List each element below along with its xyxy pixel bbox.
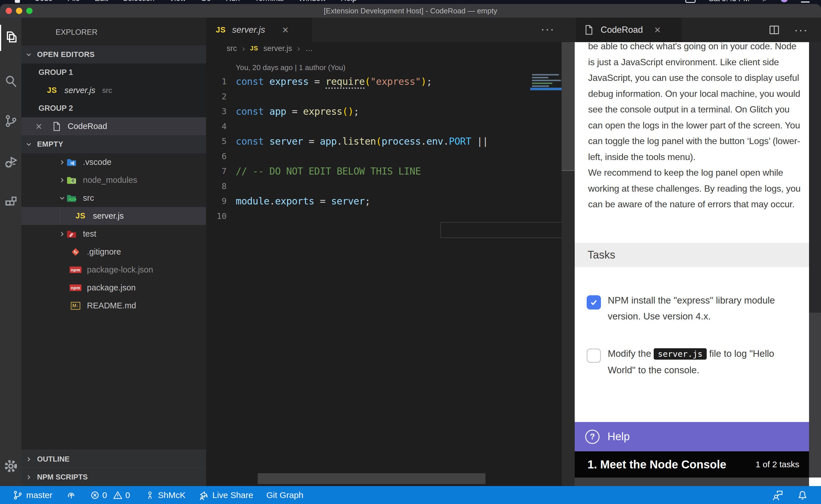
extensions-icon[interactable] [0, 189, 21, 215]
siri-icon[interactable] [781, 0, 788, 2]
menu-item[interactable]: File [68, 0, 80, 4]
open-editor-item-coderoad[interactable]: × CodeRoad [21, 117, 221, 135]
window-title-bar[interactable]: [Extension Development Host] - CodeRoad … [0, 4, 821, 18]
sync-status-icon[interactable] [66, 490, 76, 500]
coderoad-webview: be able to check what's going on in your… [575, 42, 809, 486]
task-checkbox-unchecked[interactable] [587, 349, 601, 363]
code-line[interactable]: 8 [206, 179, 531, 194]
code-token: . [337, 136, 342, 147]
git-graph-status[interactable]: Git Graph [266, 490, 303, 500]
live-share-status[interactable]: Live Share [199, 490, 253, 500]
folder-section-header-empty[interactable]: EMPTY [21, 135, 210, 153]
feedback-icon[interactable] [772, 490, 783, 501]
code-line[interactable]: 7 // -- DO NOT EDIT BELOW THIS LINE [206, 164, 531, 179]
control-center-icon[interactable] [801, 0, 810, 3]
scrollbar-gutter [809, 478, 821, 486]
code-token: app [320, 136, 337, 147]
chevron-right-icon [58, 177, 66, 184]
scrollbar-thumb[interactable] [561, 42, 575, 171]
code-line[interactable]: 6 [206, 149, 531, 164]
tab-serverjs[interactable]: JS server.js × [206, 18, 312, 42]
editor-vertical-scrollbar[interactable] [561, 42, 575, 486]
js-file-icon: JS [250, 45, 258, 52]
js-file-icon: JS [47, 86, 57, 95]
code-token: server [270, 136, 303, 147]
search-icon[interactable] [0, 68, 21, 94]
lesson-text: be able to check what's going on in your… [588, 42, 802, 212]
account-status[interactable]: ShMcK [145, 490, 185, 500]
line-number: 2 [206, 92, 227, 101]
npm-icon: npm [70, 265, 81, 275]
menu-item[interactable]: Edit [95, 0, 108, 4]
npm-scripts-section-header[interactable]: NPM SCRIPTS [21, 468, 210, 486]
code-editor[interactable]: 1 const express = require("express"); 2 … [206, 74, 531, 224]
breadcrumb-item[interactable]: src [227, 44, 237, 53]
line-number: 3 [206, 106, 227, 116]
npm-icon: npm [70, 283, 81, 293]
menu-item[interactable]: Go [201, 0, 211, 4]
menu-item[interactable]: Selection [123, 0, 154, 4]
chevron-down-icon [25, 51, 32, 58]
code-line[interactable]: 10 [206, 209, 531, 224]
problems-status[interactable]: 0 0 [90, 490, 130, 500]
battery-icon [685, 0, 696, 3]
code-line[interactable]: 4 [206, 119, 531, 134]
code-line[interactable]: 5 const server = app.listen(process.env.… [206, 134, 531, 149]
code-token: module [236, 196, 270, 207]
tab-coderoad[interactable]: CodeRoad × [576, 18, 682, 42]
minimap[interactable] [531, 70, 561, 104]
explorer-icon[interactable] [0, 24, 21, 50]
webview-scrollbar[interactable] [809, 42, 821, 486]
code-line[interactable]: 3 const app = express(); [206, 104, 531, 119]
line-number: 1 [206, 77, 227, 86]
open-editor-item-serverjs[interactable]: JS server.js src [21, 81, 232, 99]
source-control-icon[interactable] [0, 108, 21, 134]
code-token: || [471, 136, 488, 147]
open-editors-header[interactable]: OPEN EDITORS [21, 46, 210, 63]
apple-logo-icon[interactable] [15, 0, 20, 3]
src-folder-icon: </> [66, 193, 77, 203]
settings-gear-icon[interactable] [0, 453, 21, 479]
minimap-line [532, 85, 549, 87]
code-line[interactable]: 2 [206, 89, 531, 104]
js-file-icon: JS [75, 212, 85, 220]
menu-item[interactable]: Code [34, 0, 53, 4]
footer-strip [575, 478, 809, 486]
split-editor-icon[interactable] [769, 25, 779, 35]
activity-bar [0, 18, 21, 486]
menu-item[interactable]: View [169, 0, 186, 4]
svg-text:</>: </> [69, 197, 77, 202]
line-number: 4 [206, 122, 227, 131]
outline-section-header[interactable]: OUTLINE [21, 450, 210, 468]
git-branch-status[interactable]: master [13, 490, 52, 500]
breadcrumb-item[interactable]: server.js [264, 44, 292, 53]
close-tab-icon[interactable]: × [282, 24, 289, 35]
editor-actions-more-icon[interactable]: ··· [541, 18, 555, 42]
inline-code: server.js [654, 348, 706, 360]
menu-item[interactable]: Help [341, 0, 357, 4]
code-line[interactable]: 9 module.exports = server; [206, 194, 531, 209]
breadcrumb-item[interactable]: … [305, 44, 313, 53]
menu-item[interactable]: Terminal [255, 0, 284, 4]
chevron-right-icon [58, 159, 66, 166]
code-line[interactable]: 1 const express = require("express"); [206, 74, 531, 89]
panel-more-icon[interactable]: ··· [794, 24, 808, 36]
spotlight-icon[interactable]: ⌕ [763, 0, 767, 4]
code-token: exports [275, 196, 315, 207]
minimap-line [532, 80, 561, 81]
codelens-annotation[interactable]: You, 20 days ago | 1 author (You) [236, 63, 346, 72]
menu-item[interactable]: Run [226, 0, 240, 4]
run-debug-icon[interactable] [0, 149, 21, 175]
notifications-bell-icon[interactable] [797, 490, 808, 501]
level-footer[interactable]: 1. Meet the Node Console 1 of 2 tasks [575, 451, 809, 478]
code-token: process [381, 136, 421, 147]
help-accordion-button[interactable]: ? Help [575, 422, 809, 451]
close-tab-icon[interactable]: × [654, 24, 661, 35]
close-icon[interactable]: × [36, 121, 42, 132]
scrollbar-thumb[interactable] [809, 42, 821, 313]
task-checkbox-checked[interactable] [587, 295, 601, 310]
menu-item[interactable]: Window [299, 0, 326, 4]
editor-horizontal-scrollbar[interactable] [258, 473, 485, 484]
code-token: ) [421, 76, 426, 87]
indent-guide [60, 207, 60, 225]
